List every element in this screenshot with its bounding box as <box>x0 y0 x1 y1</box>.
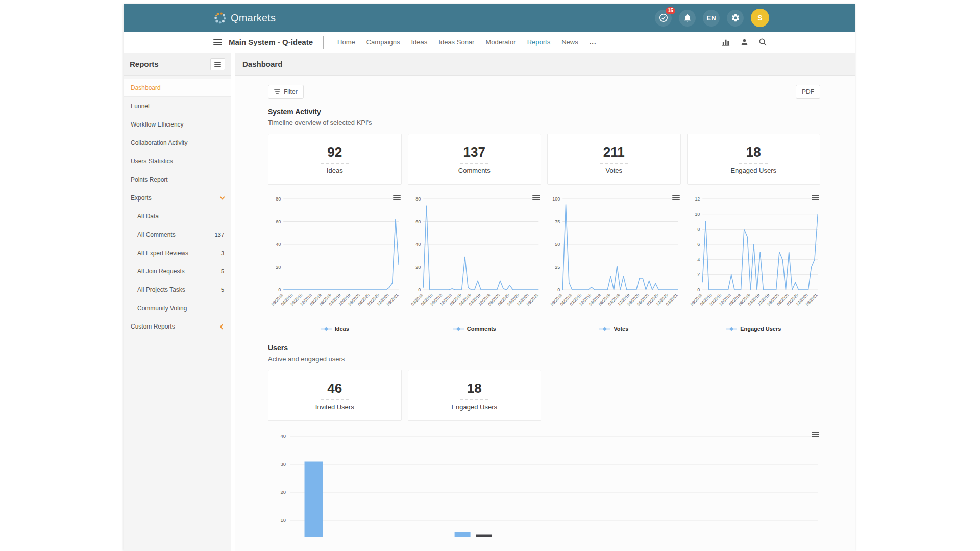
kpi-value: 92 <box>327 144 342 160</box>
sidebar-item-users-statistics[interactable]: Users Statistics <box>124 152 231 170</box>
kpi-card-invited-users: 46Invited Users <box>268 370 402 421</box>
sidebar-item-points-report[interactable]: Points Report <box>124 170 231 189</box>
nav-item-news[interactable]: News <box>561 38 578 46</box>
kpi-value: 211 <box>603 144 625 160</box>
users-section: Users Active and engaged users 46Invited… <box>268 344 820 539</box>
sidebar-item-exports[interactable]: Exports <box>124 189 231 207</box>
sidebar-item-collaboration-activity[interactable]: Collaboration Activity <box>124 134 231 152</box>
sidebar-item-label: All Comments <box>137 231 176 238</box>
kpi-card-votes: 211Votes <box>547 134 681 185</box>
sidebar-item-label: Points Report <box>131 176 168 183</box>
line-chart-canvas: 025507510003/201806/201809/201812/201803… <box>547 192 681 323</box>
legend-marker-icon <box>726 327 737 331</box>
sidebar-item-all-join-requests[interactable]: All Join Requests5 <box>124 262 231 281</box>
main-navigation-bar: Main System - Q-ideate HomeCampaignsIdea… <box>124 32 855 53</box>
chart-context-menu-icon[interactable] <box>812 432 819 438</box>
kpi-label: Ideas <box>327 167 343 174</box>
line-chart-canvas: 02040608003/201806/201809/201812/201803/… <box>268 192 402 323</box>
nav-item-ideas[interactable]: Ideas <box>411 38 428 46</box>
chart-legend[interactable]: Comments <box>408 325 542 332</box>
dashboard-content: Filter PDF System Activity Timeline over… <box>235 76 855 551</box>
nav-items: HomeCampaignsIdeasIdeas SonarModeratorRe… <box>332 38 602 46</box>
svg-text:50: 50 <box>555 242 560 247</box>
legend-marker-icon <box>599 327 610 331</box>
svg-text:25: 25 <box>555 265 560 270</box>
sidebar-item-all-projects-tasks[interactable]: All Projects Tasks5 <box>124 281 231 299</box>
kpi-label: Comments <box>458 167 491 174</box>
sidebar-item-custom-reports[interactable]: Custom Reports <box>124 317 231 336</box>
qmarkets-logo[interactable]: Qmarkets <box>213 11 276 25</box>
nav-item-reports[interactable]: Reports <box>527 38 551 46</box>
section-title: System Activity <box>268 108 820 116</box>
legend-marker-icon <box>453 327 464 331</box>
user-profile-icon[interactable] <box>740 38 749 46</box>
language-selector[interactable]: EN <box>703 10 720 27</box>
chart-context-menu-icon[interactable] <box>393 195 401 201</box>
search-icon[interactable] <box>758 38 767 46</box>
svg-text:0: 0 <box>697 287 700 292</box>
notifications-count-badge: 15 <box>666 7 675 14</box>
filter-button[interactable]: Filter <box>268 85 304 99</box>
sidebar-item-workflow-efficiency[interactable]: Workflow Efficiency <box>124 115 231 134</box>
svg-text:40: 40 <box>276 242 281 247</box>
nav-item-moderator[interactable]: Moderator <box>485 38 516 46</box>
sidebar-item-label: Users Statistics <box>131 158 173 165</box>
kpi-label: Engaged Users <box>730 167 776 174</box>
chart-legend[interactable]: Ideas <box>268 325 402 332</box>
line-chart-canvas: 02468101203/201806/201809/201812/201803/… <box>687 192 821 323</box>
user-avatar[interactable]: S <box>751 9 769 27</box>
sidebar-item-community-voting[interactable]: Community Voting <box>124 299 231 317</box>
svg-text:6: 6 <box>697 242 700 247</box>
system-title[interactable]: Main System - Q-ideate <box>229 38 313 46</box>
svg-text:2: 2 <box>697 272 700 277</box>
chart-context-menu-icon[interactable] <box>672 195 680 201</box>
svg-text:0: 0 <box>557 287 560 292</box>
sidebar-item-all-expert-reviews[interactable]: All Expert Reviews3 <box>124 244 231 262</box>
sidebar-item-label: Workflow Efficiency <box>131 121 184 128</box>
nav-item-ideas-sonar[interactable]: Ideas Sonar <box>438 38 474 46</box>
sidebar-item-dashboard[interactable]: Dashboard <box>124 79 231 97</box>
section-subtitle: Active and engaged users <box>268 355 820 363</box>
kpi-card-comments: 137Comments <box>408 134 542 185</box>
svg-text:40: 40 <box>415 242 421 247</box>
reports-sidebar: Reports DashboardFunnelWorkflow Efficien… <box>124 53 231 551</box>
kpi-value: 46 <box>327 381 342 396</box>
svg-text:40: 40 <box>280 433 286 439</box>
chart-legend[interactable]: Engaged Users <box>687 325 821 332</box>
nav-item-home[interactable]: Home <box>337 38 355 46</box>
page-title: Dashboard <box>235 53 855 76</box>
sidebar-collapse-button[interactable] <box>210 58 225 70</box>
nav-item-more[interactable]: ... <box>590 38 597 46</box>
chart-legend[interactable]: Votes <box>547 325 681 332</box>
svg-text:20: 20 <box>415 265 421 270</box>
kpi-card-engaged-users: 18Engaged Users <box>408 370 542 421</box>
nav-item-campaigns[interactable]: Campaigns <box>366 38 400 46</box>
system-menu-icon[interactable] <box>213 39 222 45</box>
kpi-card-engaged-users: 18Engaged Users <box>687 134 821 185</box>
kpi-divider <box>321 399 349 400</box>
sidebar-item-label: Exports <box>131 194 152 202</box>
sidebar-item-label: Funnel <box>131 103 150 110</box>
sidebar-item-label: All Join Requests <box>137 268 185 275</box>
nav-divider <box>323 36 324 49</box>
kpi-divider <box>460 163 488 164</box>
kpi-divider <box>460 399 488 400</box>
legend-label: Engaged Users <box>740 325 781 332</box>
chart-context-menu-icon[interactable] <box>532 195 540 201</box>
reports-chart-icon[interactable] <box>722 38 730 46</box>
chart-context-menu-icon[interactable] <box>812 195 819 201</box>
qmarkets-logo-icon <box>213 11 227 25</box>
sidebar-item-funnel[interactable]: Funnel <box>124 97 231 115</box>
sidebar-item-all-comments[interactable]: All Comments137 <box>124 226 231 244</box>
svg-text:20: 20 <box>280 489 286 495</box>
pdf-export-button[interactable]: PDF <box>796 85 820 99</box>
tasks-button[interactable]: 15 <box>655 10 672 27</box>
count-badge: 5 <box>221 268 224 274</box>
notifications-button[interactable] <box>679 10 696 27</box>
sidebar-item-all-data[interactable]: All Data <box>124 207 231 226</box>
language-label: EN <box>706 14 716 22</box>
legend-label: Comments <box>467 325 496 332</box>
kpi-label: Engaged Users <box>451 403 497 411</box>
settings-button[interactable] <box>727 10 744 27</box>
svg-text:80: 80 <box>415 196 421 202</box>
